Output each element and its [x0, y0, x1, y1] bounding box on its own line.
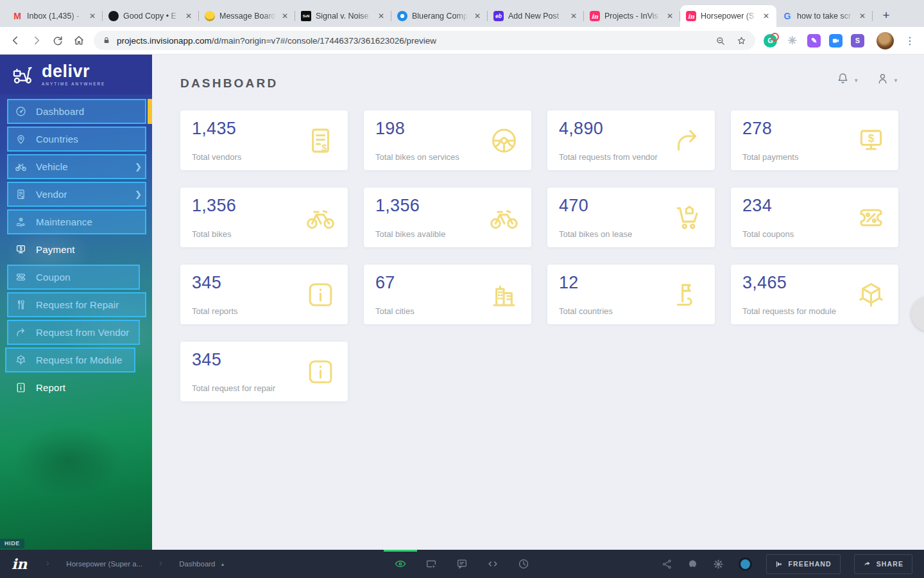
chevron-right-icon: ❯: [135, 162, 142, 171]
browser-tab-inbox-1-435[interactable]: M Inbox (1,435) - ✕: [6, 5, 103, 27]
svg-text:$: $: [20, 246, 22, 251]
breadcrumb-project[interactable]: Horsepower (Super a...: [66, 560, 142, 568]
browser-tab-how-to-take-scr[interactable]: G how to take scr ✕: [776, 5, 873, 27]
user-menu[interactable]: ▼: [875, 71, 898, 86]
sidebar-item-request-from-vendor[interactable]: Request from Vendor: [0, 319, 152, 346]
stat-card: 470 Total bikes on lease: [547, 188, 715, 247]
tab-close-icon[interactable]: ✕: [762, 12, 771, 21]
gmail-favicon-icon: M: [12, 11, 22, 21]
tab-close-icon[interactable]: ✕: [569, 12, 578, 21]
sidebar-item-label: Request for Repair: [36, 299, 119, 310]
s-extension-icon[interactable]: S: [851, 34, 864, 48]
forward-icon[interactable]: [30, 34, 43, 47]
tab-label: how to take scr: [797, 12, 853, 21]
sidebar-item-report[interactable]: Report: [0, 374, 152, 401]
dashboard-main: DASHBOARD ▼ ▼ 1,435 Total vendors $ 198 …: [152, 55, 924, 550]
sidebar-item-dashboard[interactable]: Dashboard: [0, 98, 152, 125]
build-mode-button[interactable]: [425, 550, 438, 578]
browser-tab-message-board[interactable]: Message Board ✕: [199, 5, 295, 27]
tab-close-icon[interactable]: ✕: [280, 12, 289, 21]
person-icon[interactable]: [875, 71, 890, 86]
tab-close-icon[interactable]: ✕: [184, 12, 193, 21]
browser-tab-horsepower-s[interactable]: in Horsepower (S ✕: [680, 5, 776, 27]
sidebar-item-request-for-repair[interactable]: Request for Repair: [0, 291, 152, 319]
history-mode-button[interactable]: [517, 550, 530, 578]
stat-card: 1,435 Total vendors $: [180, 110, 348, 170]
tab-label: Projects - InVis: [604, 12, 661, 21]
preview-mode-button[interactable]: [394, 550, 407, 578]
comment-mode-button[interactable]: [456, 550, 468, 578]
sidebar-item-request-for-module[interactable]: Request for Module: [0, 346, 152, 374]
stat-card: 4,890 Total requests from vendor: [547, 110, 715, 170]
bike-icon: [15, 161, 27, 173]
browser-tab-projects-invis[interactable]: in Projects - InVis ✕: [584, 5, 680, 27]
breadcrumb-screen[interactable]: Dashboard ▲: [179, 560, 225, 568]
buildings-icon: [488, 279, 520, 310]
bell-icon[interactable]: [835, 71, 850, 86]
tab-label: Bluerang Comp: [412, 12, 468, 21]
bluerang-favicon-icon: [397, 11, 407, 21]
tab-label: Good Copy • E: [123, 12, 180, 21]
tab-close-icon[interactable]: ✕: [858, 12, 867, 21]
tab-close-icon[interactable]: ✕: [665, 12, 674, 21]
presence-avatar[interactable]: [740, 559, 750, 569]
invision-favicon-icon: in: [590, 11, 600, 21]
sidebar-item-coupon[interactable]: Coupon: [0, 263, 152, 291]
sidebar-item-label: Coupon: [36, 272, 71, 283]
hide-overlays-button[interactable]: HIDE: [0, 539, 24, 548]
sidebar-item-maintenance[interactable]: Maintenance: [0, 208, 152, 236]
search-icon[interactable]: [715, 35, 726, 46]
google-favicon-icon: G: [782, 11, 792, 21]
reload-icon[interactable]: [51, 34, 64, 47]
pen-extension-icon[interactable]: ✎: [807, 34, 821, 48]
share-nodes-icon[interactable]: [661, 558, 673, 570]
sidebar-item-label: Report: [36, 382, 65, 393]
tab-close-icon[interactable]: ✕: [377, 12, 386, 21]
new-tab-button[interactable]: +: [877, 6, 896, 25]
chevron-right-icon: ❯: [135, 189, 142, 199]
sidebar-item-payment[interactable]: $ Payment: [0, 236, 152, 263]
browser-menu-icon[interactable]: ⋮: [905, 35, 915, 47]
notifications-menu[interactable]: ▼: [835, 71, 859, 86]
back-icon[interactable]: [9, 34, 22, 47]
bookmark-star-icon[interactable]: [736, 35, 747, 46]
share-arrow-icon: [863, 560, 871, 568]
invision-logo[interactable]: in: [12, 557, 27, 571]
browser-tab-good-copy-e[interactable]: Good Copy • E ✕: [103, 5, 199, 27]
video-extension-icon[interactable]: [829, 34, 843, 48]
browser-toolbar: projects.invisionapp.com/d/main?origin=v…: [0, 27, 924, 55]
chevron-right-icon: [45, 560, 51, 568]
logo-tagline: ANYTIME ANYWHERE: [42, 82, 105, 86]
browser-tab-bluerang-comp[interactable]: Bluerang Comp ✕: [391, 5, 488, 27]
console-icon[interactable]: [687, 558, 699, 570]
stat-card: 345 Total request for repair: [180, 342, 348, 401]
sidebar-item-vehicle[interactable]: Vehicle ❯: [0, 153, 152, 180]
tab-strip: M Inbox (1,435) - ✕ Good Copy • E ✕ Mess…: [0, 0, 924, 27]
sidebar-item-vendor[interactable]: $ Vendor ❯: [0, 180, 152, 208]
dimmed-extension-icon[interactable]: ✳: [785, 34, 799, 48]
browser-tab-signal-v-noise[interactable]: SvN Signal v. Noise ✕: [295, 5, 391, 27]
caret-up-icon: ▲: [221, 562, 225, 566]
browser-profile-avatar[interactable]: [877, 32, 894, 49]
sidebar-item-countries[interactable]: Countries: [0, 125, 152, 153]
grammarly-extension-icon[interactable]: G: [764, 34, 777, 48]
app-logo: delivr ANYTIME ANYWHERE: [0, 55, 152, 94]
stat-label: Total bikes on lease: [559, 229, 632, 239]
inspect-mode-button[interactable]: [486, 550, 499, 578]
caret-down-icon: ▼: [853, 78, 859, 83]
stat-label: Total cities: [375, 306, 415, 316]
gear-icon[interactable]: [712, 558, 724, 570]
right-tools: FREEHAND SHARE: [661, 554, 912, 574]
url-bar[interactable]: projects.invisionapp.com/d/main?origin=v…: [94, 31, 755, 50]
stat-card: 1,356 Total bikes avalible: [364, 188, 531, 247]
home-icon[interactable]: [73, 34, 85, 47]
logo-title: delivr: [42, 63, 105, 80]
freehand-button[interactable]: FREEHAND: [766, 554, 841, 574]
share-button[interactable]: SHARE: [854, 554, 912, 574]
stat-label: Total bikes on services: [375, 152, 459, 162]
sidebar-item-label: Request for Module: [36, 355, 123, 365]
tab-close-icon[interactable]: ✕: [473, 12, 482, 21]
stat-label: Total coupons: [742, 229, 794, 239]
tab-close-icon[interactable]: ✕: [88, 12, 97, 21]
browser-tab-add-new-post[interactable]: eb Add New Post ✕: [488, 5, 584, 27]
